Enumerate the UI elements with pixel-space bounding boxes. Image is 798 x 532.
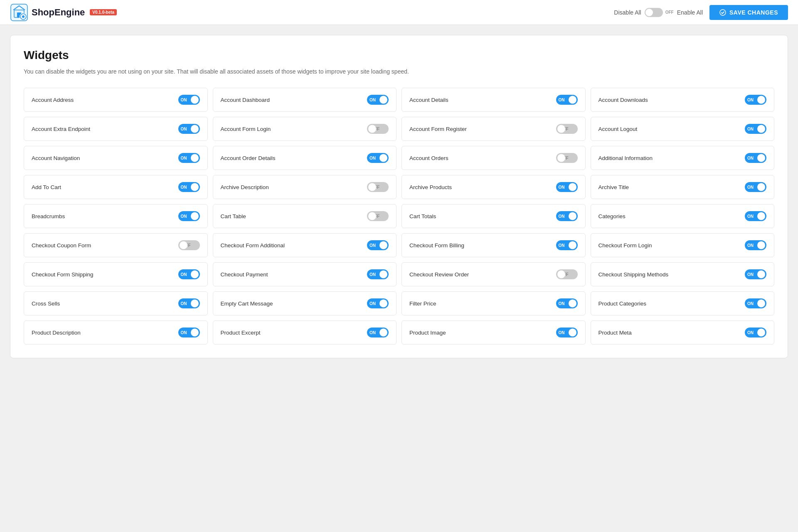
widget-toggle[interactable]: ON bbox=[556, 298, 578, 308]
widgets-card: Widgets You can disable the widgets you … bbox=[10, 35, 788, 358]
widget-toggle[interactable]: ON bbox=[178, 182, 200, 192]
widget-toggle[interactable]: ON bbox=[745, 328, 766, 337]
main-content: Widgets You can disable the widgets you … bbox=[0, 25, 798, 368]
widget-name: Archive Description bbox=[221, 184, 269, 190]
widget-toggle[interactable]: ON bbox=[367, 298, 389, 308]
widget-toggle[interactable]: ON bbox=[745, 153, 766, 163]
widget-toggle[interactable]: ON bbox=[556, 211, 578, 221]
toggle-on[interactable]: ON bbox=[556, 298, 578, 308]
toggle-on[interactable]: ON bbox=[745, 153, 766, 163]
toggle-on[interactable]: ON bbox=[367, 269, 389, 279]
widget-toggle[interactable]: ON bbox=[556, 95, 578, 105]
toggle-off[interactable]: OFF bbox=[556, 269, 578, 279]
toggle-on[interactable]: ON bbox=[556, 95, 578, 105]
toggle-off[interactable]: OFF bbox=[178, 240, 200, 250]
toggle-on[interactable]: ON bbox=[178, 269, 200, 279]
widget-toggle[interactable]: ON bbox=[178, 124, 200, 134]
toggle-on[interactable]: ON bbox=[745, 124, 766, 134]
toggle-knob bbox=[191, 154, 199, 162]
widget-toggle[interactable]: ON bbox=[367, 269, 389, 279]
widget-name: Account Navigation bbox=[32, 155, 80, 161]
toggle-on[interactable]: ON bbox=[745, 269, 766, 279]
widget-toggle[interactable]: ON bbox=[556, 182, 578, 192]
widget-toggle[interactable]: OFF bbox=[556, 124, 578, 134]
toggle-on[interactable]: ON bbox=[745, 95, 766, 105]
toggle-on-label: ON bbox=[179, 127, 187, 131]
toggle-on[interactable]: ON bbox=[556, 328, 578, 337]
widget-toggle[interactable]: OFF bbox=[556, 153, 578, 163]
toggle-knob bbox=[569, 241, 576, 249]
toggle-on[interactable]: ON bbox=[178, 124, 200, 134]
toggle-on[interactable]: ON bbox=[178, 211, 200, 221]
widget-toggle[interactable]: ON bbox=[367, 95, 389, 105]
toggle-off[interactable]: OFF bbox=[367, 182, 389, 192]
toggle-on[interactable]: ON bbox=[367, 328, 389, 337]
widget-toggle[interactable]: ON bbox=[367, 153, 389, 163]
toggle-knob bbox=[191, 125, 199, 133]
widget-toggle[interactable]: ON bbox=[178, 95, 200, 105]
toggle-on[interactable]: ON bbox=[178, 328, 200, 337]
toggle-on[interactable]: ON bbox=[178, 153, 200, 163]
toggle-on[interactable]: ON bbox=[556, 211, 578, 221]
widget-toggle[interactable]: ON bbox=[745, 269, 766, 279]
widget-toggle[interactable]: ON bbox=[745, 124, 766, 134]
toggle-on[interactable]: ON bbox=[178, 95, 200, 105]
widget-toggle[interactable]: ON bbox=[178, 153, 200, 163]
widget-item: Account Order Details ON bbox=[213, 146, 397, 170]
widget-toggle[interactable]: ON bbox=[556, 240, 578, 250]
widget-toggle[interactable]: ON bbox=[178, 328, 200, 337]
widget-toggle[interactable]: ON bbox=[178, 298, 200, 308]
toggle-knob bbox=[757, 271, 765, 278]
widget-toggle[interactable]: ON bbox=[745, 298, 766, 308]
widget-name: Archive Title bbox=[598, 184, 629, 190]
toggle-on[interactable]: ON bbox=[178, 298, 200, 308]
widget-item: Empty Cart Message ON bbox=[213, 291, 397, 315]
widget-toggle[interactable]: ON bbox=[367, 240, 389, 250]
toggle-on[interactable]: ON bbox=[178, 182, 200, 192]
global-toggle[interactable]: OFF bbox=[645, 8, 674, 17]
toggle-on-label: ON bbox=[557, 301, 565, 306]
toggle-knob bbox=[191, 300, 199, 308]
widget-item: Add To Cart ON bbox=[24, 175, 208, 199]
toggle-on[interactable]: ON bbox=[745, 211, 766, 221]
toggle-on[interactable]: ON bbox=[745, 328, 766, 337]
toggle-on[interactable]: ON bbox=[745, 240, 766, 250]
widget-toggle[interactable]: ON bbox=[745, 95, 766, 105]
widget-toggle[interactable]: ON bbox=[367, 328, 389, 337]
toggle-off[interactable]: OFF bbox=[367, 124, 389, 134]
toggle-on[interactable]: ON bbox=[367, 153, 389, 163]
save-changes-button[interactable]: SAVE CHANGES bbox=[709, 5, 788, 20]
widget-toggle[interactable]: ON bbox=[178, 269, 200, 279]
widget-toggle[interactable]: ON bbox=[178, 211, 200, 221]
widget-toggle[interactable]: OFF bbox=[367, 182, 389, 192]
global-toggle-off-label: OFF bbox=[665, 10, 674, 15]
toggle-off[interactable]: OFF bbox=[367, 211, 389, 221]
toggle-on-label: ON bbox=[179, 185, 187, 190]
toggle-on[interactable]: ON bbox=[745, 182, 766, 192]
toggle-on[interactable]: ON bbox=[745, 298, 766, 308]
widget-toggle[interactable]: ON bbox=[745, 211, 766, 221]
toggle-on[interactable]: ON bbox=[367, 95, 389, 105]
widget-toggle[interactable]: OFF bbox=[178, 240, 200, 250]
toggle-knob bbox=[757, 154, 765, 162]
widget-toggle[interactable]: ON bbox=[745, 182, 766, 192]
toggle-on-label: ON bbox=[368, 272, 376, 277]
toggle-on-label: ON bbox=[179, 330, 187, 335]
toggle-on[interactable]: ON bbox=[556, 182, 578, 192]
widget-toggle[interactable]: OFF bbox=[367, 124, 389, 134]
enable-all-label: Enable All bbox=[677, 9, 703, 16]
toggle-off[interactable]: OFF bbox=[556, 124, 578, 134]
toggle-knob bbox=[191, 96, 199, 104]
toggle-on-label: ON bbox=[557, 185, 565, 190]
widget-toggle[interactable]: OFF bbox=[367, 211, 389, 221]
widget-toggle[interactable]: ON bbox=[745, 240, 766, 250]
toggle-off[interactable]: OFF bbox=[556, 153, 578, 163]
widget-toggle[interactable]: OFF bbox=[556, 269, 578, 279]
widget-item: Checkout Form Additional ON bbox=[213, 233, 397, 257]
toggle-on[interactable]: ON bbox=[556, 240, 578, 250]
toggle-on[interactable]: ON bbox=[367, 298, 389, 308]
toggle-on[interactable]: ON bbox=[367, 240, 389, 250]
toggle-knob bbox=[379, 300, 387, 308]
widget-item: Checkout Shipping Methods ON bbox=[591, 262, 775, 286]
widget-toggle[interactable]: ON bbox=[556, 328, 578, 337]
